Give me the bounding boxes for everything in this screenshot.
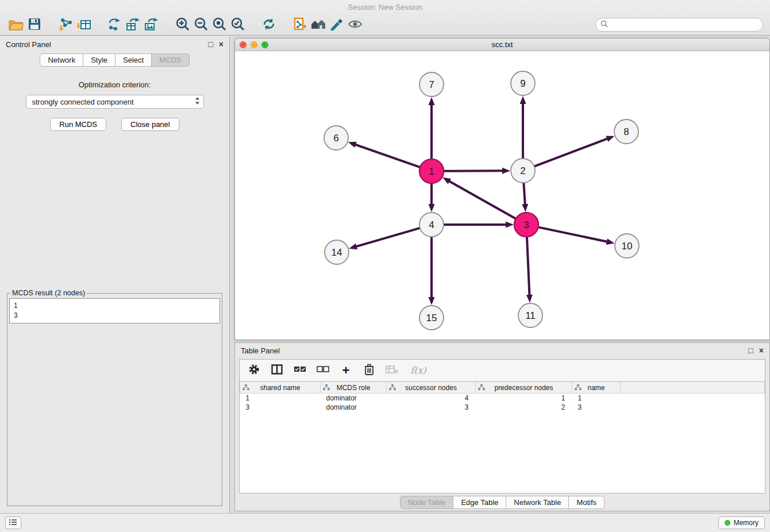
- table-cell[interactable]: 1: [476, 394, 572, 403]
- close-panel-icon[interactable]: ×: [219, 40, 224, 48]
- graph-edge-arrowhead: [522, 204, 528, 212]
- graph-edge-3-10[interactable]: [538, 227, 607, 241]
- show-column-panel-button[interactable]: [271, 364, 283, 377]
- float-panel-icon[interactable]: □: [208, 40, 213, 48]
- zoom-in-button[interactable]: [174, 16, 192, 33]
- graph-edge-1-6[interactable]: [356, 145, 420, 167]
- table-cell[interactable]: 1: [572, 394, 621, 403]
- float-table-panel-icon[interactable]: □: [748, 346, 753, 354]
- tab-select[interactable]: Select: [115, 53, 152, 67]
- table-cell[interactable]: 1: [240, 394, 321, 403]
- search-input[interactable]: [611, 21, 758, 29]
- minimize-window-icon[interactable]: −: [251, 41, 257, 48]
- optimization-criterion-select[interactable]: strongly connected component: [26, 95, 204, 109]
- graph-edge-arrowhead: [429, 204, 435, 212]
- run-mcds-button[interactable]: Run MCDS: [50, 118, 106, 131]
- tab-mcds[interactable]: MCDS: [151, 53, 189, 67]
- graph-edge-arrowhead: [606, 136, 614, 142]
- graph-edge-4-14[interactable]: [357, 228, 420, 246]
- mcds-result-list[interactable]: 1 3: [9, 298, 220, 323]
- table-panel: Table Panel □ ×: [234, 342, 770, 511]
- show-graphics-details-button[interactable]: [346, 16, 364, 33]
- brush-icon: [330, 18, 344, 32]
- column-header-shared-name[interactable]: shared name: [240, 382, 321, 394]
- zoom-in-icon: [176, 17, 190, 33]
- network-window-titlebar[interactable]: scc.txt × − +: [235, 38, 769, 51]
- table-mode-button[interactable]: [248, 364, 260, 377]
- table-cell[interactable]: 3: [572, 403, 621, 412]
- memory-button[interactable]: Memory: [718, 516, 765, 529]
- tab-style[interactable]: Style: [83, 53, 116, 67]
- graph-node-label: 3: [523, 219, 529, 230]
- delete-table-button[interactable]: [386, 364, 398, 377]
- copy-style-button[interactable]: [291, 16, 309, 33]
- tab-network[interactable]: Network: [40, 53, 83, 67]
- control-panel-title: Control Panel: [6, 40, 202, 49]
- table-cell[interactable]: 3: [240, 403, 321, 412]
- tab-motifs[interactable]: Motifs: [568, 496, 605, 509]
- graph-edge-3-1[interactable]: [449, 182, 515, 219]
- zoom-out-button[interactable]: [192, 16, 210, 33]
- tab-network-table[interactable]: Network Table: [506, 496, 569, 509]
- zoom-fit-button[interactable]: [210, 16, 229, 33]
- table-cell[interactable]: 4: [387, 394, 476, 403]
- function-builder-button[interactable]: f(x): [409, 364, 428, 377]
- mcds-panel-body: Optimization criterion: strongly connect…: [0, 72, 229, 513]
- close-panel-button[interactable]: Close panel: [121, 118, 179, 131]
- search-box[interactable]: [595, 18, 763, 32]
- save-icon: [28, 18, 41, 32]
- graph-node-label: 7: [429, 79, 434, 90]
- graph-node-label: 4: [429, 219, 434, 230]
- table-row[interactable]: 3dominator323: [240, 403, 765, 412]
- column-header-name[interactable]: name: [572, 382, 621, 394]
- control-panel-tabs: Network Style Select MCDS: [0, 53, 229, 67]
- export-network-button[interactable]: [106, 16, 124, 33]
- column-header-predecessor-nodes[interactable]: predecessor nodes: [476, 382, 572, 394]
- graph-edge-3-11[interactable]: [527, 237, 529, 295]
- close-window-icon[interactable]: ×: [240, 41, 247, 48]
- graph-edge-2-8[interactable]: [534, 139, 607, 167]
- annotation-style-button[interactable]: [328, 16, 346, 33]
- open-session-button[interactable]: [7, 16, 25, 33]
- import-network-button[interactable]: [56, 16, 75, 33]
- column-header-successor-nodes[interactable]: successor nodes: [387, 382, 476, 394]
- task-list-icon: [9, 519, 17, 527]
- table-toolbar: + f(x): [240, 360, 765, 381]
- table-row[interactable]: 1dominator411: [240, 394, 765, 403]
- search-icon: [600, 20, 608, 29]
- network-canvas-area[interactable]: 7968124314101511: [235, 51, 769, 340]
- graph-edge-arrowhead: [502, 168, 510, 174]
- refresh-layout-button[interactable]: [260, 16, 278, 33]
- window-title: Session: New Session: [0, 0, 770, 15]
- zoom-selected-button[interactable]: [229, 16, 247, 33]
- tab-edge-table[interactable]: Edge Table: [453, 496, 506, 509]
- create-column-button[interactable]: +: [340, 364, 352, 377]
- table-cell[interactable]: 3: [387, 403, 476, 412]
- zoom-window-icon[interactable]: +: [261, 41, 268, 48]
- node-table-body: 1dominator4113dominator323: [240, 394, 765, 412]
- export-image-button[interactable]: [143, 16, 161, 33]
- table-cell[interactable]: dominator: [321, 394, 387, 403]
- unchecked-boxes-icon: [317, 366, 329, 375]
- save-session-button[interactable]: [25, 16, 44, 33]
- import-network-icon: [58, 17, 73, 33]
- memory-status-icon: [725, 520, 730, 526]
- tab-node-table[interactable]: Node Table: [400, 496, 454, 509]
- memory-label: Memory: [734, 519, 759, 527]
- table-cell[interactable]: dominator: [321, 403, 387, 412]
- export-table-button[interactable]: [124, 16, 143, 33]
- close-table-panel-icon[interactable]: ×: [759, 346, 764, 354]
- export-table-icon: [126, 17, 141, 33]
- import-table-button[interactable]: [75, 16, 93, 33]
- task-history-button[interactable]: [5, 516, 21, 529]
- delete-columns-button[interactable]: [363, 364, 375, 377]
- table-cell[interactable]: 2: [476, 403, 572, 412]
- hide-show-navigator-button[interactable]: [309, 16, 328, 33]
- graph-edge-1-2[interactable]: [444, 171, 502, 171]
- select-all-columns-button[interactable]: [294, 364, 306, 377]
- graph-edge-2-3[interactable]: [523, 183, 525, 204]
- column-header-mcds-role[interactable]: MCDS role: [321, 382, 387, 394]
- deselect-all-columns-button[interactable]: [317, 364, 329, 377]
- checked-boxes-icon: [294, 366, 306, 375]
- node-table-container: + f(x): [239, 359, 765, 494]
